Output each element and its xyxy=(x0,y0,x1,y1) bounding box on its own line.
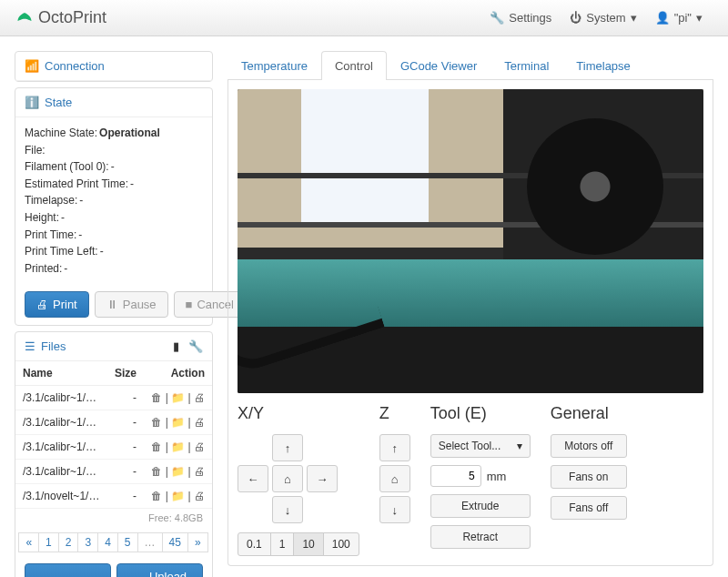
nav-system-label: System xyxy=(586,11,625,25)
table-row[interactable]: /3.1/calibr~1/b…-🗑 | 📁 | 🖨 xyxy=(15,410,212,435)
home-icon: ⌂ xyxy=(391,472,399,486)
tab-temperature[interactable]: Temperature xyxy=(228,51,321,80)
pause-button-label: Pause xyxy=(123,298,157,311)
print-icon[interactable]: 🖨 xyxy=(194,416,205,429)
tool-select-label: Select Tool... xyxy=(439,440,500,452)
page-link[interactable]: 1 xyxy=(38,532,59,552)
nav-system[interactable]: ⏻ System ▾ xyxy=(561,11,645,25)
trash-icon[interactable]: 🗑 xyxy=(151,490,162,502)
label-file: File: xyxy=(25,142,46,159)
page-link[interactable]: 5 xyxy=(117,532,138,552)
home-xy[interactable]: ⌂ xyxy=(272,465,303,492)
upload-button[interactable]: ⭱Upload xyxy=(25,563,111,577)
page-link[interactable]: 4 xyxy=(97,532,118,552)
general-control: General Motors off Fans on Fans off xyxy=(551,404,627,527)
print-icon[interactable]: 🖨 xyxy=(194,490,205,502)
page-link[interactable]: » xyxy=(187,532,208,552)
tool-control: Tool (E) Select Tool... ▾ mm Extrude Ret… xyxy=(430,404,531,556)
connection-toggle[interactable]: Connection xyxy=(45,59,105,73)
caret-down-icon: ▾ xyxy=(631,11,637,25)
file-name: /3.1/calibr~1/b… xyxy=(15,386,107,410)
folder-icon[interactable]: 📁 xyxy=(171,465,185,478)
col-size: Size xyxy=(107,361,144,386)
print-button[interactable]: 🖨Print xyxy=(25,291,89,318)
value-print-time: - xyxy=(78,227,82,244)
folder-icon[interactable]: 📁 xyxy=(171,440,185,453)
trash-icon[interactable]: 🗑 xyxy=(151,416,162,429)
z-title: Z xyxy=(379,404,410,423)
value-machine-state: Operational xyxy=(99,125,160,142)
arrow-left-icon: ← xyxy=(248,472,259,486)
print-icon[interactable]: 🖨 xyxy=(194,440,205,453)
table-row[interactable]: /3.1/calibr~1/b…-🗑 | 📁 | 🖨 xyxy=(15,386,212,410)
tool-title: Tool (E) xyxy=(430,404,531,423)
wrench-icon: 🔧 xyxy=(490,11,504,25)
file-size: - xyxy=(107,386,144,410)
file-name: /3.1/calibr~1/o… xyxy=(15,435,107,460)
pause-button[interactable]: ⏸Pause xyxy=(95,291,168,318)
xy-control: X/Y ↑ ← ⌂ → ↓ 0.1110100 xyxy=(238,404,359,556)
upload-sd-button[interactable]: ⭱Upload to SD xyxy=(116,563,203,577)
general-title: General xyxy=(551,404,627,423)
label-height: Height: xyxy=(25,209,59,227)
table-row[interactable]: /3.1/calibr~1/z_…-🗑 | 📁 | 🖨 xyxy=(15,460,212,484)
trash-icon[interactable]: 🗑 xyxy=(151,391,162,404)
extrude-unit: mm xyxy=(487,470,507,483)
jog-y-minus[interactable]: ↓ xyxy=(272,496,303,523)
jog-step-10[interactable]: 10 xyxy=(293,532,323,556)
print-icon[interactable]: 🖨 xyxy=(194,465,205,478)
brand[interactable]: OctoPrint xyxy=(16,8,106,27)
page-link[interactable]: 45 xyxy=(162,532,188,552)
jog-y-plus[interactable]: ↑ xyxy=(272,434,303,461)
connection-panel: 📶 Connection xyxy=(15,51,213,82)
state-toggle[interactable]: State xyxy=(45,96,72,109)
info-icon: ℹ️ xyxy=(25,96,39,109)
tab-timelapse[interactable]: Timelapse xyxy=(562,51,643,80)
folder-icon[interactable]: 📁 xyxy=(171,490,185,502)
label-print-time-left: Print Time Left: xyxy=(25,243,98,260)
motors-off-button[interactable]: Motors off xyxy=(551,434,627,458)
jog-step-1[interactable]: 1 xyxy=(270,532,295,556)
nav-settings[interactable]: 🔧 Settings xyxy=(480,11,561,25)
print-icon[interactable]: 🖨 xyxy=(194,391,205,404)
extrude-amount-input[interactable] xyxy=(430,465,481,487)
jog-step-0.1[interactable]: 0.1 xyxy=(238,532,271,556)
jog-step-100[interactable]: 100 xyxy=(323,532,359,556)
trash-icon[interactable]: 🗑 xyxy=(151,440,162,453)
trash-icon[interactable]: 🗑 xyxy=(151,465,162,478)
tab-control[interactable]: Control xyxy=(321,51,387,80)
file-name: /3.1/calibr~1/z_… xyxy=(15,460,107,484)
value-timelapse: - xyxy=(79,192,83,209)
files-toggle[interactable]: Files xyxy=(41,339,66,353)
free-space: Free: 4.8GB xyxy=(15,509,212,527)
retract-button[interactable]: Retract xyxy=(430,525,531,549)
webcam-stream[interactable] xyxy=(238,89,703,393)
state-panel: ℹ️ State Machine State: Operational File… xyxy=(15,87,213,326)
label-machine-state: Machine State: xyxy=(25,125,97,142)
tab-gcode-viewer[interactable]: GCode Viewer xyxy=(387,51,490,80)
sd-icon[interactable]: ▮ xyxy=(173,339,179,353)
tool-select[interactable]: Select Tool... ▾ xyxy=(430,434,531,458)
file-size: - xyxy=(107,460,144,484)
jog-z-plus[interactable]: ↑ xyxy=(379,434,410,461)
jog-z-minus[interactable]: ↓ xyxy=(379,496,410,523)
home-z[interactable]: ⌂ xyxy=(379,465,410,492)
jog-x-plus[interactable]: → xyxy=(307,465,338,492)
page-link[interactable]: 2 xyxy=(58,532,79,552)
fans-on-button[interactable]: Fans on xyxy=(551,465,627,489)
extrude-button[interactable]: Extrude xyxy=(430,494,531,518)
table-row[interactable]: /3.1/novelt~1/…-🗑 | 📁 | 🖨 xyxy=(15,484,212,509)
page-link[interactable]: 3 xyxy=(77,532,98,552)
nav-user[interactable]: 👤 "pi" ▾ xyxy=(646,11,712,25)
wrench-icon[interactable]: 🔧 xyxy=(188,339,203,353)
arrow-down-icon: ↓ xyxy=(392,503,399,517)
page-link: … xyxy=(137,532,163,552)
page-link[interactable]: « xyxy=(18,532,39,552)
folder-icon[interactable]: 📁 xyxy=(171,416,185,429)
jog-x-minus[interactable]: ← xyxy=(238,465,268,492)
tab-terminal[interactable]: Terminal xyxy=(490,51,562,80)
folder-icon[interactable]: 📁 xyxy=(171,391,185,404)
fans-off-button[interactable]: Fans off xyxy=(551,496,627,520)
main: TemperatureControlGCode ViewerTerminalTi… xyxy=(228,51,713,577)
table-row[interactable]: /3.1/calibr~1/o…-🗑 | 📁 | 🖨 xyxy=(15,435,212,460)
